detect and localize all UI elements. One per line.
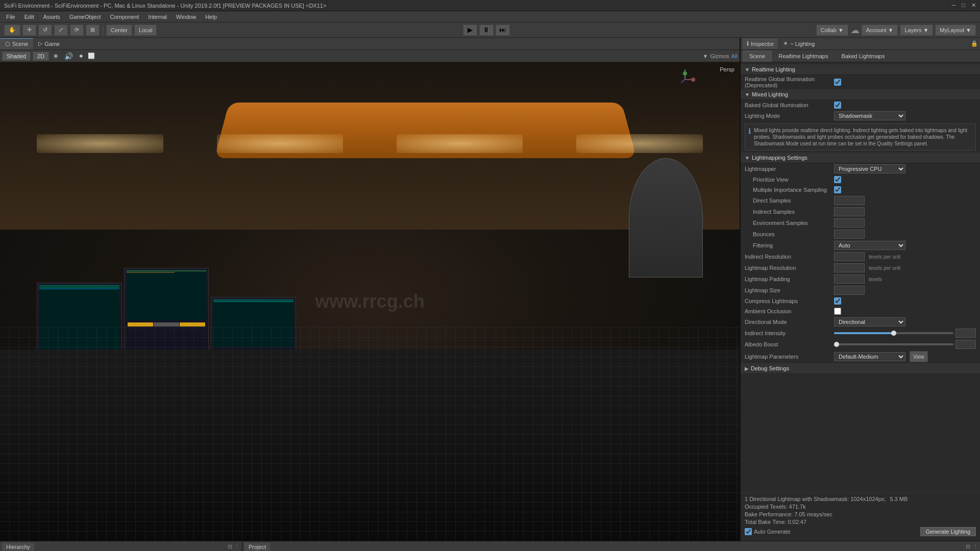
audio-icon[interactable]: 🔊 [63, 51, 75, 61]
row-lighting-mode: Lighting Mode Shadowmask [741, 110, 980, 121]
tab-inspector[interactable]: ℹ Inspector [743, 38, 778, 49]
scene-viewport[interactable]: CTRL [0, 62, 740, 541]
tool-hand[interactable]: ✋ [4, 24, 20, 36]
pause-button[interactable]: ⏸ [479, 24, 494, 36]
menu-internal[interactable]: Internal [144, 13, 171, 21]
tool-move[interactable]: ✛ [22, 24, 36, 36]
collab-button[interactable]: Collab ▼ [816, 24, 848, 36]
hierarchy-more-icon[interactable]: ⋮ [234, 543, 240, 550]
tab-scene[interactable]: ⬡ Scene [0, 38, 33, 49]
lightmap-size-info: 5.3 MB [890, 496, 908, 502]
lightmap-size-input[interactable]: 1024 [834, 286, 865, 295]
fx-icon[interactable]: ✦ [77, 51, 86, 61]
row-lightmap-resolution: Lightmap Resolution 10 texels per unit [741, 262, 980, 273]
gizmos-btn[interactable]: Gizmos [710, 53, 729, 59]
section-debug-settings[interactable]: ▶ Debug Settings [741, 363, 980, 374]
pivot-center[interactable]: Center [106, 24, 132, 36]
compress-lightmaps-checkbox[interactable] [834, 297, 841, 305]
lightmap-params-select[interactable]: Default-Medium [834, 352, 905, 361]
section-mixed-lighting[interactable]: ▼ Mixed Lighting [741, 89, 980, 100]
layers-button[interactable]: Layers ▼ [900, 24, 933, 36]
tool-scale[interactable]: ⤢ [54, 24, 68, 36]
tool-rect[interactable]: ⟳ [70, 24, 84, 36]
layout-button[interactable]: MyLayout ▼ [935, 24, 976, 36]
hierarchy-lock-icon[interactable]: ⊟ [228, 543, 232, 550]
ambient-occlusion-checkbox[interactable] [834, 308, 841, 315]
generate-lighting-btn[interactable]: Generate Lighting [920, 527, 976, 536]
mis-checkbox[interactable] [834, 186, 841, 193]
filtering-select[interactable]: Auto [834, 241, 905, 250]
realtime-gi-checkbox[interactable] [834, 79, 841, 86]
inspector-content: ▼ Realtime Lighting Realtime Global Illu… [741, 62, 980, 492]
axis-widget [671, 65, 699, 93]
project-lock-icon[interactable]: ⊟ [966, 543, 970, 550]
tab-game[interactable]: ▷ Game [33, 38, 65, 49]
section-lightmapping[interactable]: ▼ Lightmapping Settings [741, 153, 980, 163]
lightmapper-select[interactable]: Progressive CPU [834, 164, 905, 173]
row-direct-samples: Direct Samples 32 [741, 195, 980, 206]
prioritize-view-checkbox[interactable] [834, 176, 841, 183]
mode-2d[interactable]: 2D [33, 52, 49, 61]
row-indirect-samples: Indirect Samples 512 [741, 206, 980, 217]
indirect-intensity-input[interactable]: 1 [955, 329, 976, 338]
direct-samples-input[interactable]: 32 [834, 196, 865, 205]
scene-panel: ⬡ Scene ▷ Game Shaded 2D ☀ 🔊 ✦ ⬜ ▼ Gizmo… [0, 38, 740, 541]
row-filtering: Filtering Auto [741, 240, 980, 251]
bounces-input[interactable]: 2 [834, 230, 865, 239]
baked-gi-checkbox[interactable] [834, 102, 841, 109]
lock-icon[interactable]: 🔒 [971, 40, 978, 47]
menu-component[interactable]: Component [106, 13, 143, 21]
menu-assets[interactable]: Assets [39, 13, 64, 21]
lightmap-params-view-btn[interactable]: View [910, 351, 928, 362]
lighting-tab-baked[interactable]: Baked Lightmaps [835, 51, 891, 62]
lighting-sub-tabs: Scene Realtime Lightmaps Baked Lightmaps [741, 50, 980, 62]
hierarchy-tabs: Hierarchy ⊟ ⋮ [0, 541, 242, 551]
menu-edit[interactable]: Edit [20, 13, 38, 21]
alllayers-btn[interactable]: All [731, 53, 738, 59]
indirect-samples-input[interactable]: 512 [834, 207, 865, 216]
scene-overlay-icon[interactable]: ⬜ [88, 53, 95, 59]
lightmap-padding-input[interactable]: 2 [834, 274, 865, 284]
directional-mode-select[interactable]: Directional [834, 317, 905, 327]
section-realtime-lighting[interactable]: ▼ Realtime Lighting [741, 64, 980, 75]
close-btn[interactable]: ✕ [971, 2, 976, 9]
tool-rotate[interactable]: ↺ [38, 24, 52, 36]
gizmos-label: ▼ [703, 53, 708, 59]
arrow-mixed: ▼ [745, 92, 750, 97]
tab-project[interactable]: Project [244, 543, 270, 551]
indirect-resolution-input[interactable]: 2 [834, 252, 865, 261]
row-bounces: Bounces 2 [741, 229, 980, 240]
menu-help[interactable]: Help [201, 13, 221, 21]
cloud-icon[interactable]: ☁ [850, 24, 860, 36]
tab-hierarchy[interactable]: Hierarchy [2, 543, 34, 551]
row-realtime-gi: Realtime Global Illumination (Deprecated… [741, 75, 980, 89]
menu-window[interactable]: Window [172, 13, 200, 21]
shaded-dropdown[interactable]: Shaded [2, 52, 31, 61]
play-button[interactable]: ▶ [463, 24, 477, 36]
light-icon[interactable]: ☀ [51, 51, 61, 61]
tab-lighting[interactable]: ☀ ~ Lighting [779, 38, 819, 49]
lightmap-resolution-input[interactable]: 10 [834, 263, 865, 272]
lighting-tab-scene[interactable]: Scene [743, 51, 772, 62]
lighting-tab-realtime[interactable]: Realtime Lightmaps [772, 51, 835, 62]
tool-transform[interactable]: ⊞ [86, 24, 100, 36]
minimize-btn[interactable]: ─ [952, 2, 956, 9]
menu-gameobject[interactable]: GameObject [65, 13, 105, 21]
bottom-panels: Hierarchy ⊟ ⋮ Create ▼ ⬡ SciFiEnvironmen… [0, 541, 980, 551]
account-button[interactable]: Account ▼ [862, 24, 898, 36]
project-panel: Project ⊟ ⋮ Create 🔍 ⊞ ⬜ 13 ▼ 📁 Assets [242, 541, 980, 551]
hierarchy-panel: Hierarchy ⊟ ⋮ Create ▼ ⬡ SciFiEnvironmen… [0, 541, 242, 551]
step-button[interactable]: ⏭ [496, 24, 510, 36]
auto-generate-checkbox[interactable] [745, 528, 752, 535]
inspector-icon: ℹ [747, 40, 749, 47]
lighting-mode-select[interactable]: Shadowmask [834, 111, 905, 120]
project-more-icon[interactable]: ⋮ [972, 543, 978, 550]
info-icon: ℹ [748, 127, 751, 147]
pivot-local[interactable]: Local [134, 24, 157, 36]
albedo-boost-input[interactable]: 1 [955, 340, 976, 349]
env-samples-input[interactable]: 256 [834, 218, 865, 228]
maximize-btn[interactable]: □ [962, 2, 965, 9]
mixed-lighting-info: ℹ Mixed lights provide realtime direct l… [745, 123, 976, 151]
menu-file[interactable]: File [2, 13, 19, 21]
row-lightmapper: Lightmapper Progressive CPU [741, 163, 980, 174]
